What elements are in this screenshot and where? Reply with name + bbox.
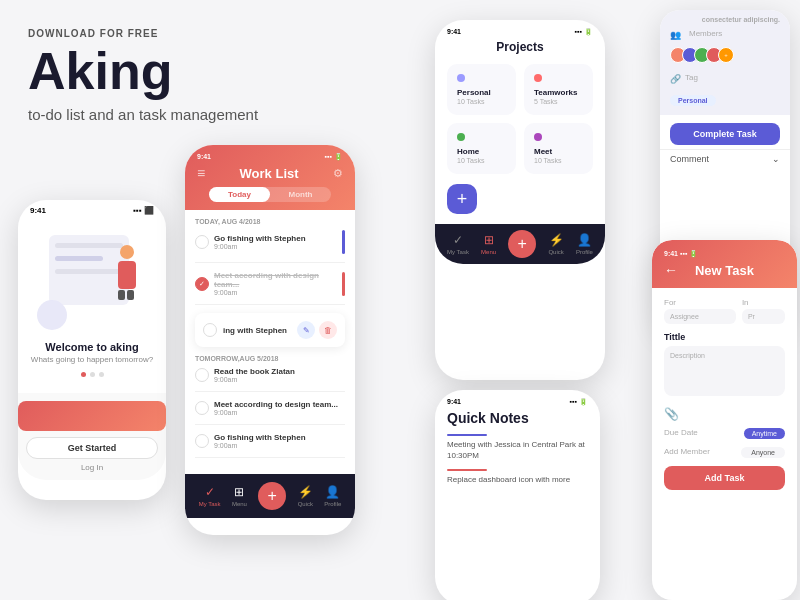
- tag-icon: 🔗: [670, 74, 681, 84]
- note-1: Meeting with Jessica in Central Park at …: [435, 434, 600, 469]
- profile-icon: 👤: [325, 485, 340, 499]
- note-line-2: [447, 469, 487, 471]
- title-field-label: Tittle: [664, 332, 785, 342]
- nav3-mytask-icon: ✓: [453, 233, 463, 247]
- member-label: Add Member: [664, 447, 710, 456]
- mytask-icon: ✓: [205, 485, 215, 499]
- chevron-down-icon: ⌄: [772, 154, 780, 164]
- welcome-title: Welcome to aking: [26, 341, 158, 353]
- task-item-1: Go fishing with Stephen 9:00am: [195, 230, 345, 263]
- nav3-menu-label: Menu: [481, 249, 496, 255]
- title-section: Tittle Description: [664, 332, 785, 396]
- wave-decoration: [18, 401, 166, 431]
- task-name-4: Meet according to design team...: [214, 400, 345, 409]
- welcome-subtitle: Whats going to happen tomorrow?: [26, 355, 158, 364]
- task-checkbox-3[interactable]: [195, 368, 209, 382]
- task-time-3: 9:00am: [214, 376, 345, 383]
- get-started-button[interactable]: Get Started: [26, 437, 158, 459]
- task-checkbox-5[interactable]: [195, 434, 209, 448]
- welcome-illustration: [37, 225, 147, 335]
- add-project-button[interactable]: +: [447, 184, 477, 214]
- section-today: TODAY, AUG 4/2018: [195, 218, 345, 225]
- nav-quick[interactable]: ⚡ Quick: [298, 485, 313, 507]
- in-input[interactable]: Pr: [742, 309, 785, 324]
- complete-task-button[interactable]: Complete Task: [670, 123, 780, 145]
- task-name-exp: ing with Stephen: [223, 326, 291, 335]
- for-label: For: [664, 298, 736, 307]
- nav3-menu[interactable]: ⊞ Menu: [481, 233, 496, 255]
- task-checkbox-4[interactable]: [195, 401, 209, 415]
- menu-icon[interactable]: ≡: [197, 165, 205, 181]
- newtask-body: For Assignee In Pr Tittle Description 📎 …: [652, 288, 797, 500]
- nav3-fab[interactable]: +: [508, 230, 536, 258]
- tag-value: Personal: [670, 95, 716, 106]
- nav-menu[interactable]: ⊞ Menu: [232, 485, 247, 507]
- anytime-badge[interactable]: Anytime: [744, 428, 785, 439]
- avatar-add[interactable]: +: [718, 47, 734, 63]
- project-dot-personal: [457, 74, 465, 82]
- task-bar-2: [342, 272, 345, 296]
- login-link[interactable]: Log In: [26, 463, 158, 472]
- status-bar-1: 9:41 ▪▪▪ ⬛: [18, 200, 166, 217]
- project-teamworks[interactable]: Teamworks 5 Tasks: [524, 64, 593, 115]
- project-dot-meet: [534, 133, 542, 141]
- nav-menu-label: Menu: [232, 501, 247, 507]
- tab-month[interactable]: Month: [270, 187, 331, 202]
- note-line-1: [447, 434, 487, 436]
- dot-1: [81, 372, 86, 377]
- task-checkbox-exp[interactable]: [203, 323, 217, 337]
- edit-icon[interactable]: ✎: [297, 321, 315, 339]
- members-icon: 👥: [670, 30, 681, 40]
- comment-label: Comment: [670, 154, 709, 164]
- newtask-header: 9:41 ▪▪▪ 🔋 ← New Task: [652, 240, 797, 288]
- description-input[interactable]: Description: [664, 346, 785, 396]
- add-task-button[interactable]: Add Task: [664, 466, 785, 490]
- status-bar-3: 9:41 ▪▪▪ 🔋: [435, 20, 605, 40]
- nav3-mytask-label: My Task: [447, 249, 469, 255]
- attachment-icon[interactable]: 📎: [664, 407, 679, 421]
- delete-icon[interactable]: 🗑: [319, 321, 337, 339]
- task-checkbox-2[interactable]: ✓: [195, 277, 209, 291]
- status-bar-5: 9:41 ▪▪▪ 🔋: [435, 390, 600, 410]
- welcome-footer: Get Started Log In: [18, 393, 166, 480]
- for-in-row: For Assignee In Pr: [664, 298, 785, 324]
- note-2: Replace dashboard icon with more: [435, 469, 600, 493]
- bottom-nav-3: ✓ My Task ⊞ Menu + ⚡ Quick 👤 Profile: [435, 224, 605, 264]
- task-name-3: Read the book Zlatan: [214, 367, 345, 376]
- project-tasks-home: 10 Tasks: [457, 157, 506, 164]
- back-arrow-icon[interactable]: ←: [664, 262, 678, 278]
- task-expanded: ing with Stephen ✎ 🗑: [195, 313, 345, 347]
- member-row: Add Member Anyone: [664, 447, 785, 458]
- tab-bar: Today Month: [209, 187, 331, 202]
- tag-label: Tag: [685, 73, 698, 82]
- project-meet[interactable]: Meet 10 Tasks: [524, 123, 593, 174]
- app-subtitle: to-do list and an task management: [28, 106, 258, 123]
- task-item-5: Go fishing with Stephen 9:00am: [195, 433, 345, 458]
- nav-profile[interactable]: 👤 Profile: [324, 485, 341, 507]
- anyone-badge[interactable]: Anyone: [741, 447, 785, 458]
- filter-icon[interactable]: ⚙: [333, 167, 343, 180]
- nav3-quick[interactable]: ⚡ Quick: [548, 233, 563, 255]
- welcome-body: Welcome to aking Whats going to happen t…: [18, 217, 166, 393]
- project-tasks-meet: 10 Tasks: [534, 157, 583, 164]
- nav3-mytask[interactable]: ✓ My Task: [447, 233, 469, 255]
- hero-section: DOWNLOAD FOR FREE Aking to-do list and a…: [28, 28, 258, 123]
- task-item-2: ✓ Meet according with design team... 9:0…: [195, 271, 345, 305]
- avatar-stack: +: [670, 47, 780, 63]
- newtask-title: New Task: [695, 263, 754, 278]
- project-home[interactable]: Home 10 Tasks: [447, 123, 516, 174]
- for-input[interactable]: Assignee: [664, 309, 736, 324]
- task-time-5: 9:00am: [214, 442, 345, 449]
- task-time-2: 9:00am: [214, 289, 337, 296]
- tab-today[interactable]: Today: [209, 187, 270, 202]
- due-label: Due Date: [664, 428, 698, 437]
- download-label: DOWNLOAD FOR FREE: [28, 28, 258, 39]
- nav-mytask[interactable]: ✓ My Task: [199, 485, 221, 507]
- project-dot-teamworks: [534, 74, 542, 82]
- project-personal[interactable]: Personal 10 Tasks: [447, 64, 516, 115]
- task-checkbox-1[interactable]: [195, 235, 209, 249]
- note-text-1: Meeting with Jessica in Central Park at …: [447, 439, 588, 461]
- task-time-4: 9:00am: [214, 409, 345, 416]
- nav3-profile[interactable]: 👤 Profile: [576, 233, 593, 255]
- add-task-fab[interactable]: +: [258, 482, 286, 510]
